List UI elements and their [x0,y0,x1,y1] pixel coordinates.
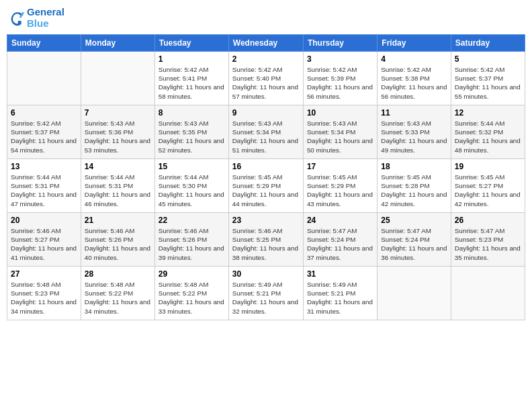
calendar: SundayMondayTuesdayWednesdayThursdayFrid… [7,34,525,320]
day-info: Sunrise: 5:43 AM Sunset: 5:36 PM Dayligh… [85,119,151,154]
calendar-cell: 18Sunrise: 5:45 AM Sunset: 5:28 PM Dayli… [378,159,451,213]
calendar-week-row: 1Sunrise: 5:42 AM Sunset: 5:41 PM Daylig… [7,52,525,105]
day-number: 3 [307,54,373,64]
calendar-cell: 23Sunrise: 5:46 AM Sunset: 5:25 PM Dayli… [228,213,303,267]
calendar-cell: 2Sunrise: 5:42 AM Sunset: 5:40 PM Daylig… [228,52,303,105]
calendar-cell: 16Sunrise: 5:45 AM Sunset: 5:29 PM Dayli… [228,159,303,213]
day-number: 30 [232,269,300,279]
day-number: 27 [11,269,77,279]
day-number: 31 [307,269,373,279]
day-number: 15 [159,162,225,171]
calendar-cell: 20Sunrise: 5:46 AM Sunset: 5:27 PM Dayli… [7,213,81,267]
calendar-cell: 5Sunrise: 5:42 AM Sunset: 5:37 PM Daylig… [451,52,525,105]
day-info: Sunrise: 5:46 AM Sunset: 5:26 PM Dayligh… [85,226,151,262]
logo: General Blue [9,7,64,29]
calendar-cell: 11Sunrise: 5:43 AM Sunset: 5:33 PM Dayli… [378,105,451,159]
day-info: Sunrise: 5:46 AM Sunset: 5:25 PM Dayligh… [232,226,300,262]
day-number: 20 [11,216,77,225]
day-info: Sunrise: 5:46 AM Sunset: 5:26 PM Dayligh… [159,226,225,262]
day-info: Sunrise: 5:44 AM Sunset: 5:31 PM Dayligh… [85,173,151,208]
day-info: Sunrise: 5:44 AM Sunset: 5:32 PM Dayligh… [455,119,521,154]
calendar-header-row: SundayMondayTuesdayWednesdayThursdayFrid… [7,35,525,52]
day-number: 16 [232,162,300,171]
page-header: General Blue [7,7,525,29]
calendar-cell: 17Sunrise: 5:45 AM Sunset: 5:29 PM Dayli… [303,159,377,213]
weekday-header: Tuesday [154,35,228,52]
day-info: Sunrise: 5:45 AM Sunset: 5:29 PM Dayligh… [307,173,373,208]
day-info: Sunrise: 5:43 AM Sunset: 5:35 PM Dayligh… [159,119,225,154]
calendar-cell: 1Sunrise: 5:42 AM Sunset: 5:41 PM Daylig… [154,52,228,105]
calendar-week-row: 6Sunrise: 5:42 AM Sunset: 5:37 PM Daylig… [7,105,525,159]
calendar-cell: 6Sunrise: 5:42 AM Sunset: 5:37 PM Daylig… [7,105,81,159]
day-number: 21 [85,216,151,225]
calendar-cell: 22Sunrise: 5:46 AM Sunset: 5:26 PM Dayli… [154,213,228,267]
day-number: 17 [307,162,373,171]
weekday-header: Sunday [7,35,81,52]
day-info: Sunrise: 5:48 AM Sunset: 5:22 PM Dayligh… [159,280,225,316]
calendar-cell: 8Sunrise: 5:43 AM Sunset: 5:35 PM Daylig… [154,105,228,159]
day-info: Sunrise: 5:42 AM Sunset: 5:37 PM Dayligh… [455,65,521,101]
logo-text: General Blue [27,7,64,29]
day-number: 29 [159,269,225,279]
day-number: 8 [159,108,225,118]
day-number: 24 [307,216,373,225]
weekday-header: Thursday [303,35,377,52]
weekday-header: Friday [378,35,451,52]
day-number: 13 [11,162,77,171]
day-info: Sunrise: 5:47 AM Sunset: 5:23 PM Dayligh… [455,226,521,262]
calendar-cell: 24Sunrise: 5:47 AM Sunset: 5:24 PM Dayli… [303,213,377,267]
calendar-cell: 12Sunrise: 5:44 AM Sunset: 5:32 PM Dayli… [451,105,525,159]
calendar-cell: 25Sunrise: 5:47 AM Sunset: 5:24 PM Dayli… [378,213,451,267]
day-info: Sunrise: 5:49 AM Sunset: 5:21 PM Dayligh… [232,280,300,316]
day-info: Sunrise: 5:44 AM Sunset: 5:30 PM Dayligh… [159,173,225,208]
day-info: Sunrise: 5:42 AM Sunset: 5:38 PM Dayligh… [381,65,447,101]
calendar-cell: 21Sunrise: 5:46 AM Sunset: 5:26 PM Dayli… [81,213,154,267]
day-number: 1 [159,54,225,64]
calendar-week-row: 27Sunrise: 5:48 AM Sunset: 5:23 PM Dayli… [7,267,525,320]
day-info: Sunrise: 5:49 AM Sunset: 5:21 PM Dayligh… [307,280,373,316]
calendar-cell: 29Sunrise: 5:48 AM Sunset: 5:22 PM Dayli… [154,267,228,320]
weekday-header: Wednesday [228,35,303,52]
calendar-cell: 19Sunrise: 5:45 AM Sunset: 5:27 PM Dayli… [451,159,525,213]
day-number: 18 [381,162,447,171]
day-number: 5 [455,54,521,64]
day-number: 22 [159,216,225,225]
day-number: 26 [455,216,521,225]
day-info: Sunrise: 5:45 AM Sunset: 5:28 PM Dayligh… [381,173,447,208]
day-info: Sunrise: 5:42 AM Sunset: 5:40 PM Dayligh… [232,65,300,101]
calendar-cell: 4Sunrise: 5:42 AM Sunset: 5:38 PM Daylig… [378,52,451,105]
day-number: 12 [455,108,521,118]
calendar-cell: 9Sunrise: 5:43 AM Sunset: 5:34 PM Daylig… [228,105,303,159]
calendar-cell: 10Sunrise: 5:43 AM Sunset: 5:34 PM Dayli… [303,105,377,159]
calendar-cell [81,52,154,105]
weekday-header: Saturday [451,35,525,52]
day-info: Sunrise: 5:42 AM Sunset: 5:37 PM Dayligh… [11,119,77,154]
calendar-cell: 3Sunrise: 5:42 AM Sunset: 5:39 PM Daylig… [303,52,377,105]
day-info: Sunrise: 5:48 AM Sunset: 5:22 PM Dayligh… [85,280,151,316]
day-info: Sunrise: 5:47 AM Sunset: 5:24 PM Dayligh… [381,226,447,262]
day-number: 6 [11,108,77,118]
calendar-cell: 30Sunrise: 5:49 AM Sunset: 5:21 PM Dayli… [228,267,303,320]
day-info: Sunrise: 5:47 AM Sunset: 5:24 PM Dayligh… [307,226,373,262]
day-number: 28 [85,269,151,279]
day-info: Sunrise: 5:45 AM Sunset: 5:29 PM Dayligh… [232,173,300,208]
logo-icon [9,10,26,26]
calendar-cell: 31Sunrise: 5:49 AM Sunset: 5:21 PM Dayli… [303,267,377,320]
day-info: Sunrise: 5:45 AM Sunset: 5:27 PM Dayligh… [455,173,521,208]
day-info: Sunrise: 5:46 AM Sunset: 5:27 PM Dayligh… [11,226,77,262]
calendar-cell: 26Sunrise: 5:47 AM Sunset: 5:23 PM Dayli… [451,213,525,267]
day-number: 7 [85,108,151,118]
calendar-cell [451,267,525,320]
day-number: 19 [455,162,521,171]
day-number: 4 [381,54,447,64]
day-number: 2 [232,54,300,64]
day-number: 23 [232,216,300,225]
calendar-cell [378,267,451,320]
calendar-cell: 7Sunrise: 5:43 AM Sunset: 5:36 PM Daylig… [81,105,154,159]
day-info: Sunrise: 5:43 AM Sunset: 5:34 PM Dayligh… [307,119,373,154]
day-number: 14 [85,162,151,171]
calendar-cell: 14Sunrise: 5:44 AM Sunset: 5:31 PM Dayli… [81,159,154,213]
calendar-cell: 28Sunrise: 5:48 AM Sunset: 5:22 PM Dayli… [81,267,154,320]
day-info: Sunrise: 5:48 AM Sunset: 5:23 PM Dayligh… [11,280,77,316]
day-info: Sunrise: 5:43 AM Sunset: 5:34 PM Dayligh… [232,119,300,154]
